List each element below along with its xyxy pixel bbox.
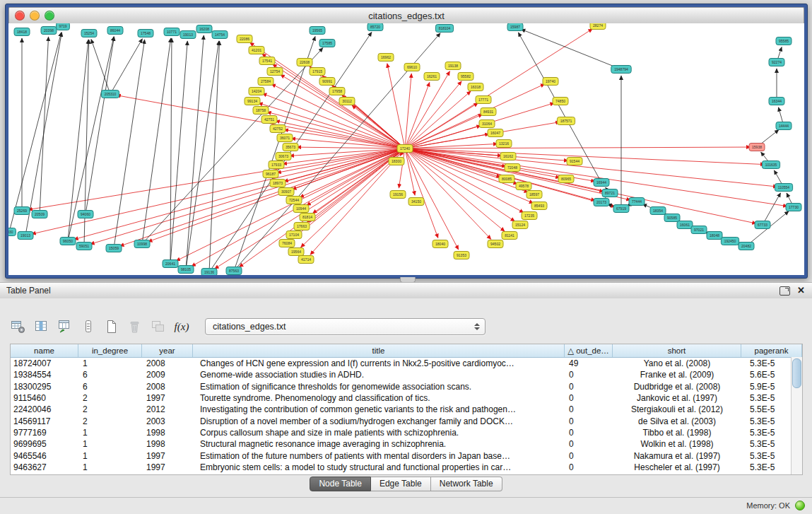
network-node[interactable]: 14444 [776,122,792,130]
network-edge[interactable] [91,39,110,94]
network-node[interactable]: 17240 [397,145,413,153]
tab-node-table[interactable]: Node Table [310,477,371,491]
network-node[interactable]: 15254 [81,30,97,37]
network-node[interactable]: 90585 [664,214,680,222]
network-node[interactable]: 17730 [786,204,801,211]
tab-edge-table[interactable]: Edge Table [371,477,431,491]
zoom-window-button[interactable] [45,11,54,21]
network-node[interactable]: 85493 [531,202,547,210]
network-node[interactable]: 18418 [14,28,30,36]
network-node[interactable]: 18040 [433,240,448,248]
network-node[interactable]: 49578 [516,182,531,190]
table-scrollbar[interactable] [791,357,802,474]
network-node[interactable]: 99134 [245,98,260,105]
network-node[interactable]: 16162 [500,153,516,160]
network-node[interactable]: 10771 [164,28,180,36]
network-node[interactable]: 59051 [76,243,92,250]
network-edge[interactable] [281,75,405,148]
network-node[interactable]: 91544 [567,158,582,165]
table-row[interactable]: 946362711997Embryonic stem cells: a mode… [11,462,802,473]
network-node[interactable]: 86044 [107,27,123,35]
network-node[interactable]: 77444 [629,198,645,206]
network-node[interactable]: 16944 [594,179,609,187]
network-node[interactable]: 19156 [390,191,406,199]
network-node[interactable]: 16261 [424,73,440,81]
network-node[interactable]: 81141 [502,232,517,240]
network-edge[interactable] [297,147,405,148]
table-row[interactable]: 1830029562008Estimation of significance … [11,381,802,392]
network-node[interactable]: 30112 [339,98,355,105]
memory-indicator[interactable] [795,501,805,510]
network-node[interactable]: 67733 [755,221,770,229]
column-header-name[interactable]: name [11,344,78,357]
network-node[interactable]: 18758 [253,107,269,115]
network-node[interactable]: 96187 [263,170,278,178]
network-node[interactable]: 20398 [41,27,57,35]
column-header-in_degree[interactable]: in_degree [78,344,142,357]
column-chooser-icon[interactable] [33,318,50,335]
network-node[interactable]: 10998 [134,240,150,248]
network-node[interactable]: 16047 [488,129,503,137]
network-edge[interactable] [186,35,204,269]
table-row[interactable]: 2242004622012Investigating the contribut… [11,404,802,415]
network-edge[interactable] [405,81,461,148]
network-node[interactable]: 19138 [445,62,461,70]
column-header-short[interactable]: short [613,344,741,357]
table-row[interactable]: 969969511998Structural magnetic resonanc… [11,438,802,450]
network-node[interactable]: 22086 [237,35,252,43]
network-edge[interactable] [405,84,545,148]
import-table-icon[interactable] [57,318,73,335]
network-node[interactable]: 10944 [293,205,309,213]
table-source-select[interactable]: citations_edges.txt [205,318,486,335]
network-node[interactable]: 17958 [329,88,345,95]
network-node[interactable]: 27584 [258,78,273,86]
network-edge[interactable] [90,148,405,244]
network-node[interactable]: 90991 [319,78,335,86]
network-edge[interactable] [405,148,505,231]
network-node[interactable]: 28274 [590,23,606,30]
minimize-window-button[interactable] [30,11,40,21]
network-node[interactable]: 95582 [458,73,473,81]
network-edge[interactable] [142,38,171,244]
network-node[interactable]: 35673 [283,144,298,151]
network-node[interactable]: 67919 [613,205,629,213]
network-node[interactable]: 16061 [677,221,693,229]
network-node[interactable]: 17585 [319,40,335,47]
network-node[interactable]: 20173 [594,199,609,206]
network-node[interactable]: 110554 [775,184,792,192]
table-row[interactable]: 977716911998Corpus callosum shape and si… [11,427,802,438]
network-edge[interactable] [186,41,219,269]
network-node[interactable]: 192450 [721,238,739,245]
column-header-title[interactable]: title [193,344,565,357]
network-node[interactable]: 205310 [101,90,119,98]
table-row[interactable]: 946554611997Estimation of the future num… [11,450,802,461]
network-node[interactable]: 16318 [468,83,483,91]
network-node[interactable]: 91353 [454,252,469,259]
network-node[interactable]: 80085 [499,175,514,183]
network-node[interactable]: 15938 [749,144,765,151]
network-edge[interactable] [521,29,621,69]
network-node[interactable]: 80965 [558,175,574,183]
float-panel-icon[interactable] [779,286,790,296]
network-node[interactable]: 19013 [180,31,196,39]
scrollbar-thumb[interactable] [792,358,801,388]
network-node[interactable]: 15059 [106,245,122,252]
network-node[interactable]: 19565 [310,27,325,35]
network-edge[interactable] [239,148,405,267]
network-edge[interactable] [405,91,471,148]
function-builder-icon[interactable]: f(x) [173,318,190,335]
network-node[interactable]: 818104 [435,25,453,33]
network-node[interactable]: 98105 [178,266,194,274]
column-header-pagerank[interactable]: pagerank [741,344,802,357]
network-node[interactable]: 42751 [261,116,277,124]
network-node[interactable]: 30673 [276,153,291,160]
network-edge[interactable] [405,147,751,148]
network-edge[interactable] [9,33,61,232]
network-node[interactable]: 16344 [769,98,784,105]
network-edge[interactable] [405,148,777,187]
network-node[interactable]: 18973 [270,180,286,187]
network-node[interactable]: 94060 [78,211,93,218]
network-edge[interactable] [117,95,405,148]
network-node[interactable]: 18597 [526,191,542,199]
network-node[interactable]: 17104 [286,231,302,239]
